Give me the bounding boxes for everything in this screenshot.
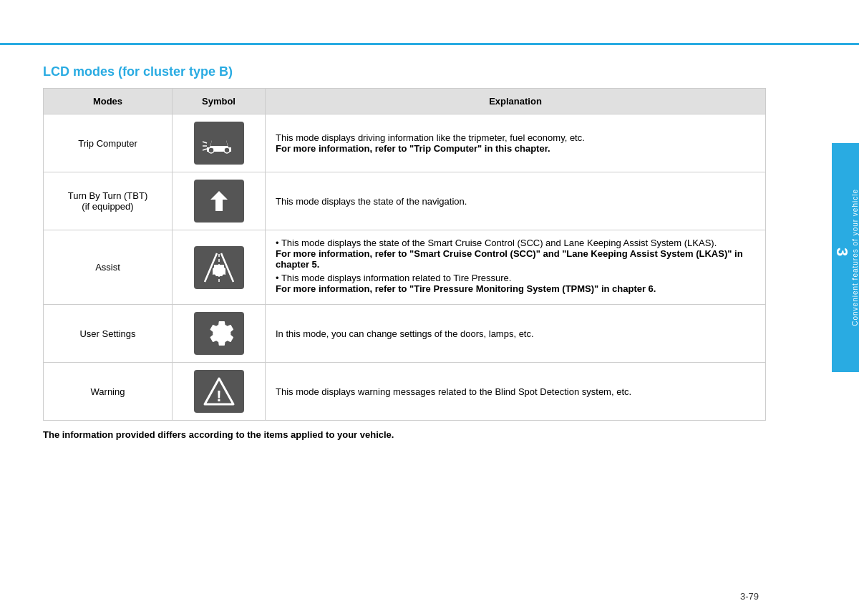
explanation-tbt: This mode displays the state of the navi… [266,172,766,230]
symbol-trip-computer [173,114,266,172]
mode-user-settings: User Settings [44,305,173,363]
table-row: Trip Computer [44,114,766,172]
svg-point-1 [224,147,230,153]
user-settings-icon [203,318,235,349]
warning-icon: ! [203,376,236,407]
section-title: LCD modes (for cluster type B) [43,64,766,79]
explanation-user-settings: In this mode, you can change settings of… [266,305,766,363]
explanation-trip-computer: This mode displays driving information l… [266,114,766,172]
table-row: Turn By Turn (TBT)(if equipped) This mod… [44,172,766,230]
svg-point-0 [208,147,214,153]
svg-line-4 [203,149,207,150]
assist-bold-1: For more information, refer to "Smart Cr… [276,248,743,270]
mode-trip-computer: Trip Computer [44,114,173,172]
page-number: 3-79 [740,591,759,602]
warning-icon-box: ! [194,370,244,413]
header-symbol: Symbol [173,89,266,114]
header-modes: Modes [44,89,173,114]
assist-bold-2: For more information, refer to "Tire Pre… [276,283,656,294]
side-tab: 3 Convenient features of your vehicle [832,143,859,372]
symbol-warning: ! [173,363,266,421]
trip-computer-icon-box [194,122,244,165]
explanation-warning: This mode displays warning messages rela… [266,363,766,421]
mode-warning: Warning [44,363,173,421]
trip-computer-icon [201,127,237,159]
symbol-user-settings [173,305,266,363]
main-content: LCD modes (for cluster type B) Modes Sym… [43,64,766,573]
modes-table: Modes Symbol Explanation Trip Computer [43,88,766,421]
svg-line-2 [203,142,207,143]
side-tab-number: 3 [833,248,851,256]
table-row: Assist [44,230,766,305]
assist-icon [201,250,237,285]
symbol-tbt [173,172,266,230]
assist-icon-box [194,246,244,289]
explanation-assist: • This mode displays the state of the Sm… [266,230,766,305]
side-tab-text: Convenient features of your vehicle [851,189,859,326]
explanation-trip-computer-bold: For more information, refer to "Trip Com… [276,143,550,154]
svg-point-10 [212,274,215,278]
assist-bullet-1: • This mode displays the state of the Sm… [276,238,755,270]
svg-rect-9 [214,265,224,270]
turn-by-turn-icon [205,185,233,217]
top-border [0,43,859,45]
table-row: Warning ! This mode displays warning mes… [44,363,766,421]
footnote: The information provided differs accordi… [43,429,766,440]
symbol-assist [173,230,266,305]
table-row: User Settings In this mode, you can chan… [44,305,766,363]
header-explanation: Explanation [266,89,766,114]
mode-tbt: Turn By Turn (TBT)(if equipped) [44,172,173,230]
user-settings-icon-box [194,312,244,355]
svg-point-11 [222,274,225,278]
svg-text:!: ! [216,387,221,405]
tbt-icon-box [194,180,244,223]
assist-bullet-2: • This mode displays information related… [276,273,755,294]
mode-assist: Assist [44,230,173,305]
